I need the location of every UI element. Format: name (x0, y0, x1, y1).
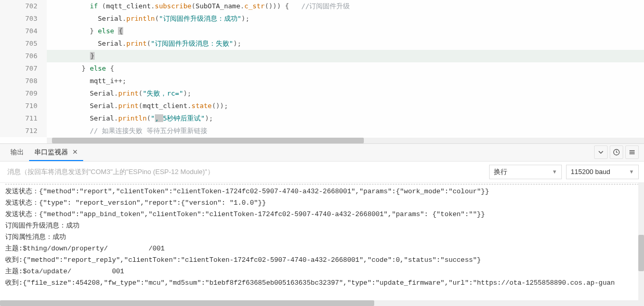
code-line[interactable]: 712 // 如果连接失败 等待五分钟重新链接 (0, 125, 644, 137)
baud-rate-dropdown[interactable]: 115200 baud ▼ (566, 165, 639, 179)
code-content[interactable]: } else { (47, 25, 123, 37)
code-content[interactable]: Serial.print("失败，rc="); (47, 87, 191, 100)
line-number: 705 (0, 37, 47, 50)
console-line: 收到:{"method":"report_reply","clientToken… (5, 255, 639, 266)
editor-horizontal-scrollbar-thumb[interactable] (52, 138, 364, 143)
tab-serial-monitor[interactable]: 串口监视器 ✕ (29, 143, 83, 161)
code-content[interactable]: Serial.print(mqtt_client.state()); (47, 100, 228, 112)
serial-controls: 换行 ▼ 115200 baud ▼ (0, 162, 644, 183)
panel-header: 输出 串口监视器 ✕ (0, 144, 644, 162)
console-horizontal-scrollbar-thumb[interactable] (0, 300, 374, 306)
code-line[interactable]: 707 } else { (0, 62, 644, 75)
code-line[interactable]: 702 if (mqtt_client.subscribe(SubOTA_nam… (0, 0, 644, 12)
line-number: 710 (0, 100, 47, 112)
console-line: 发送状态：{"method":"app_bind_token","clientT… (5, 209, 639, 220)
console-vertical-scrollbar[interactable] (638, 183, 644, 300)
code-content[interactable]: Serial.println("订阅固件升级消息：成功"); (47, 12, 249, 25)
close-icon[interactable]: ✕ (72, 148, 78, 156)
settings-lines-icon[interactable] (625, 145, 639, 159)
chevron-down-icon: ▼ (629, 169, 634, 175)
code-line[interactable]: 705 Serial.print("订阅固件升级消息：失败"); (0, 37, 644, 50)
line-number: 708 (0, 75, 47, 87)
line-number: 703 (0, 12, 47, 25)
line-wrap-dropdown[interactable]: 换行 ▼ (489, 165, 562, 179)
console-line: 发送状态：{"type": "report_version","report":… (5, 197, 639, 209)
code-line[interactable]: 706 } (0, 50, 644, 62)
console-horizontal-scrollbar[interactable] (0, 300, 644, 306)
line-number: 704 (0, 25, 47, 37)
line-wrap-label: 换行 (494, 167, 507, 177)
code-line[interactable]: 703 Serial.println("订阅固件升级消息：成功"); (0, 12, 644, 25)
code-content[interactable]: mqtt_i++; (47, 75, 126, 87)
code-line[interactable]: 704 } else { (0, 25, 644, 37)
code-content[interactable]: // 如果连接失败 等待五分钟重新链接 (47, 125, 207, 137)
chevron-down-icon[interactable] (594, 145, 608, 159)
line-number: 706 (0, 50, 47, 62)
console-line: 收到:{"file_size":454208,"fw_type":"mcu","… (5, 277, 639, 289)
serial-console-output[interactable]: 发送状态：{"method":"report","clientToken":"c… (0, 183, 644, 300)
editor-horizontal-scrollbar[interactable] (47, 138, 644, 143)
serial-message-input[interactable] (5, 165, 485, 179)
code-editor[interactable]: 702 if (mqtt_client.subscribe(SubOTA_nam… (0, 0, 644, 143)
line-number: 709 (0, 87, 47, 100)
code-content[interactable]: Serial.println(", 5秒钟后重试"); (47, 112, 213, 125)
tab-serial-monitor-label: 串口监视器 (34, 148, 68, 156)
code-content[interactable]: } else { (47, 62, 114, 75)
code-line[interactable]: 708 mqtt_i++; (0, 75, 644, 87)
code-line[interactable]: 711 Serial.println(", 5秒钟后重试"); (0, 112, 644, 125)
line-number: 702 (0, 0, 47, 12)
code-content[interactable]: } (47, 50, 95, 62)
clock-icon[interactable] (610, 145, 623, 159)
chevron-down-icon: ▼ (552, 169, 557, 175)
baud-rate-label: 115200 baud (571, 168, 610, 176)
line-number: 707 (0, 62, 47, 75)
console-vertical-scrollbar-thumb[interactable] (638, 235, 644, 271)
line-number: 712 (0, 125, 47, 137)
console-line: 主题:$thing/down/property/ /001 (5, 243, 639, 255)
console-line: 订阅固件升级消息：成功 (5, 220, 639, 232)
line-number: 711 (0, 112, 47, 125)
code-line[interactable]: 710 Serial.print(mqtt_client.state()); (0, 100, 644, 112)
code-content[interactable]: if (mqtt_client.subscribe(SubOTA_name.c_… (47, 0, 350, 12)
code-line[interactable]: 709 Serial.print("失败，rc="); (0, 87, 644, 100)
console-line: 主题:$ota/update/ 001 (5, 266, 639, 277)
tab-output[interactable]: 输出 (5, 143, 29, 161)
code-content[interactable]: Serial.print("订阅固件升级消息：失败"); (47, 37, 241, 50)
console-line: 发送状态：{"method":"report","clientToken":"c… (5, 186, 639, 197)
console-line: 订阅属性消息：成功 (5, 232, 639, 243)
